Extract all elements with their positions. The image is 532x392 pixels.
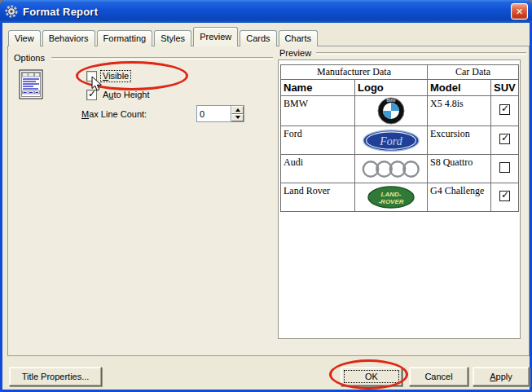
tab-charts[interactable]: Charts (279, 30, 318, 46)
close-icon[interactable]: ✕ (511, 3, 528, 20)
cell-name: BMW (281, 96, 355, 126)
visible-checkbox-label[interactable]: Visible (101, 71, 130, 81)
suv-checkbox (499, 104, 510, 115)
group-header-car: Car Data (428, 65, 519, 80)
format-report-dialog: Format Report ✕ View Behaviors Formattin… (0, 0, 532, 392)
svg-text:LAND-: LAND- (381, 191, 402, 198)
auto-height-checkbox-label[interactable]: Auto Height (101, 90, 152, 100)
ok-button[interactable]: OK (341, 367, 402, 386)
suv-checkbox (499, 134, 510, 144)
tab-strip: View Behaviors Formatting Styles Preview… (8, 27, 319, 46)
preview-table: Manufacturer Data Car Data Name Logo Mod… (280, 64, 519, 212)
cell-model: Excursion (428, 126, 491, 155)
suv-checkbox (499, 162, 510, 173)
table-row: Audi S8 Quattro (281, 155, 519, 183)
cell-name: Ford (281, 126, 355, 155)
options-group-line (51, 57, 273, 59)
land-rover-logo: LAND- -ROVER (367, 186, 415, 209)
ford-logo: Ford (363, 130, 420, 152)
max-line-count-input[interactable] (197, 106, 231, 121)
column-header-logo: Logo (355, 80, 428, 96)
preview-group-label: Preview (279, 48, 311, 58)
cell-model: S8 Quattro (428, 155, 491, 183)
tab-preview[interactable]: Preview (193, 27, 238, 46)
cell-name: Audi (281, 155, 355, 183)
cell-model: G4 Challenge (428, 183, 491, 212)
svg-text:-ROVER: -ROVER (378, 198, 403, 205)
tab-styles[interactable]: Styles (154, 30, 191, 46)
title-bar[interactable]: Format Report ✕ (0, 0, 532, 23)
svg-text:Ford: Ford (379, 134, 402, 147)
cancel-button[interactable]: Cancel (409, 367, 468, 386)
max-line-count-label: Max Line Count: (81, 109, 147, 119)
max-line-count-stepper (196, 105, 244, 122)
tab-behaviors[interactable]: Behaviors (42, 30, 95, 46)
column-header-name: Name (281, 80, 355, 96)
preview-group-line (316, 52, 526, 54)
title-properties-button[interactable]: Title Properties... (9, 367, 102, 386)
group-header-manufacturer: Manufacturer Data (281, 65, 428, 80)
spinner-buttons (231, 106, 244, 121)
gear-icon (5, 5, 18, 18)
table-row: Ford Ford Excursion (281, 126, 519, 155)
column-header-suv: SUV (491, 80, 519, 96)
spin-down-icon[interactable] (231, 114, 244, 122)
cell-name: Land Rover (281, 183, 355, 212)
table-row: Land Rover LAND- -ROVER G4 Challenge (281, 183, 519, 212)
bmw-logo: BMW (377, 97, 405, 125)
report-options-icon (19, 69, 44, 100)
cell-model: X5 4.8is (428, 96, 491, 126)
suv-checkbox (499, 191, 510, 201)
table-group-header-row: Manufacturer Data Car Data (281, 65, 519, 80)
tab-cards[interactable]: Cards (240, 30, 276, 46)
spin-up-icon[interactable] (231, 106, 244, 114)
tab-view[interactable]: View (8, 30, 41, 46)
table-column-header-row: Name Logo Model SUV (281, 80, 519, 96)
column-header-model: Model (428, 80, 491, 96)
audi-logo (362, 160, 420, 178)
tab-formatting[interactable]: Formatting (97, 30, 153, 46)
window-title: Format Report (23, 6, 98, 18)
table-row: BMW BMW X5 4.8is (281, 96, 519, 126)
ok-focus-rect (344, 370, 399, 383)
options-group-label: Options (14, 53, 45, 63)
auto-height-checkbox[interactable] (86, 90, 97, 100)
apply-button[interactable]: Apply (473, 367, 530, 386)
dialog-frame: Format Report ✕ View Behaviors Formattin… (0, 0, 532, 392)
visible-checkbox[interactable] (86, 71, 97, 81)
svg-text:BMW: BMW (386, 99, 396, 103)
